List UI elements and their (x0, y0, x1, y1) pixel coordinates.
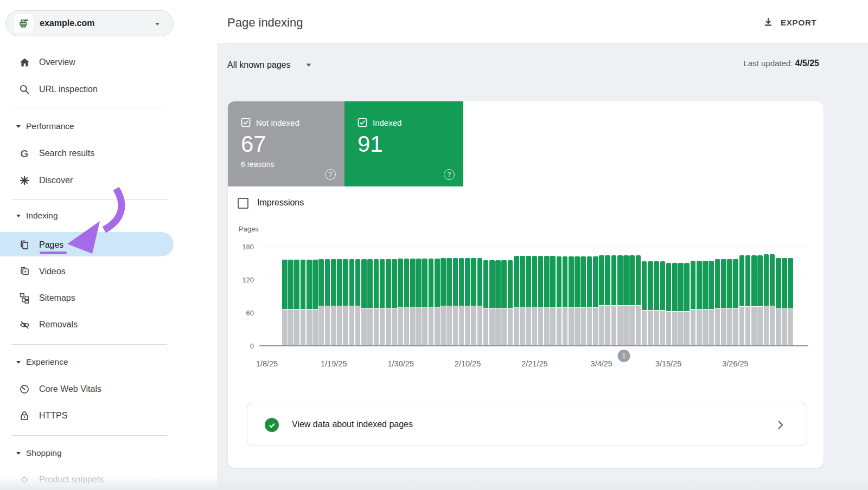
bar[interactable] (501, 247, 507, 346)
bars[interactable] (282, 247, 793, 346)
bar[interactable] (593, 247, 598, 346)
bar[interactable] (459, 247, 464, 346)
bar[interactable] (733, 247, 738, 346)
sidebar-item-core-web-vitals[interactable]: Core Web Vitals (0, 377, 174, 401)
bar[interactable] (404, 247, 410, 346)
question-circle-icon[interactable]: ? (444, 169, 455, 180)
annotation-marker[interactable]: 1 (618, 350, 630, 362)
bar[interactable] (514, 247, 519, 346)
bar[interactable] (349, 247, 355, 346)
bar[interactable] (642, 247, 647, 346)
bar[interactable] (776, 247, 781, 346)
bar[interactable] (520, 247, 525, 346)
bar[interactable] (288, 247, 293, 346)
bar[interactable] (721, 247, 726, 346)
bar[interactable] (703, 247, 708, 346)
section-performance[interactable]: Performance (0, 115, 174, 137)
property-selector[interactable]: example.com (5, 10, 174, 36)
bar[interactable] (727, 247, 732, 346)
bar[interactable] (563, 247, 568, 346)
bar[interactable] (526, 247, 531, 346)
bar[interactable] (538, 247, 544, 346)
bar[interactable] (410, 247, 416, 346)
bar[interactable] (453, 247, 458, 346)
bar[interactable] (684, 247, 690, 346)
bar[interactable] (788, 247, 793, 346)
bar[interactable] (782, 247, 787, 346)
bar[interactable] (532, 247, 538, 346)
sidebar-item-discover[interactable]: Discover (0, 169, 174, 192)
sidebar-item-overview[interactable]: Overview (0, 50, 174, 74)
bar[interactable] (312, 247, 318, 346)
bar[interactable] (648, 247, 653, 346)
sidebar-item-videos[interactable]: Videos (0, 260, 174, 283)
section-shopping[interactable]: Shopping (0, 442, 174, 464)
export-button[interactable]: EXPORT (762, 14, 816, 30)
bar[interactable] (715, 247, 720, 346)
bar[interactable] (422, 247, 427, 346)
bar[interactable] (569, 247, 574, 346)
indexed-tile[interactable]: Indexed 91 ? (344, 101, 463, 186)
bar[interactable] (361, 247, 367, 346)
bar[interactable] (745, 247, 751, 346)
bar[interactable] (374, 247, 379, 346)
page-filter-dropdown[interactable]: All known pages (227, 57, 312, 73)
bar[interactable] (709, 247, 714, 346)
bar[interactable] (508, 247, 513, 346)
bar[interactable] (623, 247, 629, 346)
sidebar-item-https[interactable]: HTTPS (0, 404, 174, 428)
bar[interactable] (629, 247, 635, 346)
section-experience[interactable]: Experience (0, 351, 174, 373)
bar[interactable] (605, 247, 610, 346)
bar[interactable] (301, 247, 306, 346)
bar[interactable] (654, 247, 659, 346)
checkbox-checked-icon[interactable] (358, 118, 367, 127)
bar[interactable] (307, 247, 312, 346)
bar[interactable] (337, 247, 342, 346)
bar[interactable] (483, 247, 489, 346)
sidebar-item-url-inspection[interactable]: URL inspection (0, 78, 174, 101)
bar[interactable] (666, 247, 672, 346)
bar[interactable] (446, 247, 452, 346)
bar[interactable] (557, 247, 562, 346)
bar[interactable] (617, 247, 623, 346)
bar[interactable] (392, 247, 397, 346)
bar[interactable] (672, 247, 678, 346)
bar[interactable] (435, 247, 440, 346)
sidebar-item-pages[interactable]: Pages (0, 233, 174, 257)
checkbox-checked-icon[interactable] (241, 118, 251, 127)
bar[interactable] (770, 247, 775, 346)
bar[interactable] (325, 247, 330, 346)
question-circle-icon[interactable]: ? (325, 169, 336, 180)
sidebar-item-removals[interactable]: Removals (0, 313, 174, 337)
bar[interactable] (471, 247, 476, 346)
bar[interactable] (343, 247, 348, 346)
sidebar-item-search-results[interactable]: G Search results (0, 141, 174, 165)
bar[interactable] (550, 247, 556, 346)
view-indexed-data-row[interactable]: View data about indexed pages (247, 403, 807, 446)
impressions-checkbox[interactable] (238, 198, 248, 209)
bar[interactable] (380, 247, 385, 346)
bar[interactable] (477, 247, 483, 346)
bar[interactable] (398, 247, 403, 346)
bar[interactable] (465, 247, 470, 346)
bar[interactable] (416, 247, 422, 346)
bar[interactable] (764, 247, 769, 346)
bar[interactable] (678, 247, 684, 346)
bar[interactable] (636, 247, 641, 346)
bar[interactable] (429, 247, 434, 346)
bar[interactable] (318, 247, 324, 346)
bar[interactable] (739, 247, 745, 346)
bar[interactable] (691, 247, 696, 346)
bar[interactable] (544, 247, 550, 346)
bar[interactable] (386, 247, 391, 346)
sidebar-item-sitemaps[interactable]: Sitemaps (0, 286, 174, 310)
bar[interactable] (587, 247, 592, 346)
bar[interactable] (495, 247, 501, 346)
bar[interactable] (757, 247, 763, 346)
bar[interactable] (599, 247, 604, 346)
bar[interactable] (367, 247, 373, 346)
bar[interactable] (489, 247, 495, 346)
bar[interactable] (355, 247, 361, 346)
bar[interactable] (282, 247, 288, 346)
